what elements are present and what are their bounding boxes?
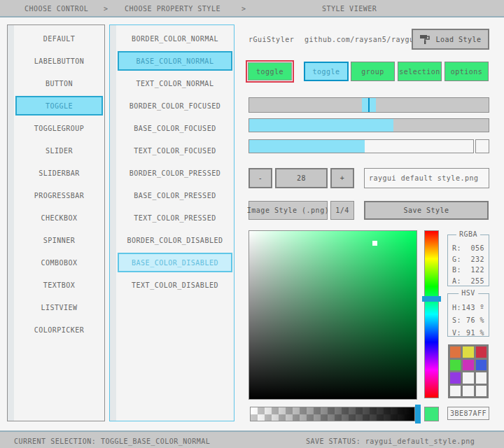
properties-listview: BORDER_COLOR_NORMALBASE_COLOR_NORMALTEXT… [109,24,234,421]
property-item-base_color_normal[interactable]: BASE_COLOR_NORMAL [118,51,232,71]
toggle-group-item[interactable]: selection [398,62,442,81]
properties-scrollbar[interactable] [110,25,116,421]
hue-bar[interactable] [424,230,439,398]
image-style-button[interactable]: Image Style (.png) [248,201,328,220]
control-item-toggle[interactable]: TOGGLE [15,96,103,115]
chevron-right-icon: > [104,5,108,13]
rgba-title: RGBA [456,230,480,238]
property-item-border_color_disabled[interactable]: BORDER_COLOR_DISABLED [118,230,232,250]
alpha-handle[interactable] [415,405,421,424]
status-bar: CURRENT SELECTION: TOGGLE_BASE_COLOR_NOR… [0,430,504,448]
property-item-text_color_pressed[interactable]: TEXT_COLOR_PRESSED [118,208,232,227]
hex-color-input[interactable] [447,407,489,420]
control-item-default[interactable]: DEFAULT [15,29,103,48]
selected-control-red-outline: toggle [246,60,294,83]
color-value-row: S:76 % [452,314,484,327]
slider-handle[interactable] [362,98,376,112]
header-bar: CHOOSE CONTROL > CHOOSE PROPERTY STYLE >… [0,0,504,18]
color-value-row: R:056 [452,243,484,254]
control-item-labelbutton[interactable]: LABELBUTTON [15,51,103,71]
controls-listview: DEFAULTLABELBUTTONBUTTONTOGGLETOGGLEGROU… [7,24,105,421]
filename-input[interactable] [364,168,489,188]
style-page-indicator[interactable]: 1/4 [330,201,354,220]
header-choose-control: CHOOSE CONTROL [24,5,88,13]
sliderbar-demo[interactable] [248,118,489,132]
control-item-colorpicker[interactable]: COLORPICKER [15,320,103,340]
current-color-swatch [424,407,439,421]
controls-list-items: DEFAULTLABELBUTTONBUTTONTOGGLETOGGLEGROU… [15,29,103,342]
sliderbar-fill [249,119,393,132]
app-title: rGuiStyler [248,36,294,43]
alpha-bar[interactable] [250,407,415,421]
toggle-demo-focused[interactable]: toggle [304,62,349,81]
property-item-text_color_disabled[interactable]: TEXT_COLOR_DISABLED [118,275,232,295]
progressbar-fill [249,140,365,153]
property-item-border_color_normal[interactable]: BORDER_COLOR_NORMAL [118,29,232,48]
color-swatch[interactable] [463,346,473,358]
toggle-group-item[interactable]: group [351,62,395,81]
color-swatch-empty[interactable] [476,372,486,384]
current-selection-status: CURRENT SELECTION: TOGGLE_BASE_COLOR_NOR… [14,438,210,445]
property-item-base_color_disabled[interactable]: BASE_COLOR_DISABLED [118,253,232,272]
header-choose-property: CHOOSE PROPERTY STYLE [125,5,220,13]
spinner-increment-button[interactable]: + [330,168,354,188]
checkbox-demo[interactable] [475,139,489,153]
spinner-decrement-button[interactable]: - [248,168,272,188]
control-item-combobox[interactable]: COMBOBOX [15,253,103,272]
hsv-group-box: HSV H:143 ºS:76 %V:91 % [447,293,489,337]
property-item-border_color_pressed[interactable]: BORDER_COLOR_PRESSED [118,163,232,183]
color-swatch-empty[interactable] [476,386,486,397]
color-value-row: B:122 [452,265,484,276]
load-style-button[interactable]: Load Style [412,29,489,50]
color-value-row: H:143 º [452,302,484,314]
controls-scrollbar[interactable] [8,25,14,421]
chevron-right-icon: > [241,5,246,13]
repo-link[interactable]: github.com/raysan5/raygui [304,36,419,43]
color-swatch-empty[interactable] [450,386,461,397]
progressbar-demo [248,139,474,153]
property-item-base_color_pressed[interactable]: BASE_COLOR_PRESSED [118,186,232,205]
color-value-row: A:255 [452,276,484,287]
property-item-border_color_focused[interactable]: BORDER_COLOR_FOCUSED [118,96,232,115]
control-item-checkbox[interactable]: CHECKBOX [15,208,103,227]
color-picker-cursor[interactable] [372,241,377,246]
properties-list-items: BORDER_COLOR_NORMALBASE_COLOR_NORMALTEXT… [118,29,232,298]
control-item-slider[interactable]: SLIDER [15,141,103,160]
rgba-group-box: RGBA R:056G:232B:122A:255 [447,234,489,286]
toggle-demo-pressed[interactable]: toggle [248,62,292,80]
hsv-title: HSV [458,289,478,297]
rguistyler-window: CHOOSE CONTROL > CHOOSE PROPERTY STYLE >… [0,0,504,448]
color-swatch[interactable] [463,360,473,371]
control-item-progressbar[interactable]: PROGRESSBAR [15,186,103,205]
toggle-group-item[interactable]: options [444,62,489,81]
color-swatch-grid [448,344,489,398]
color-swatch[interactable] [476,360,486,371]
header-style-viewer: STYLE VIEWER [322,5,377,13]
control-item-textbox[interactable]: TEXTBOX [15,275,103,295]
property-item-text_color_normal[interactable]: TEXT_COLOR_NORMAL [118,74,232,93]
hue-handle[interactable] [422,296,441,302]
color-swatch-empty[interactable] [463,386,473,397]
color-swatch[interactable] [450,346,461,358]
color-value-row: V:91 % [452,327,484,340]
color-swatch[interactable] [450,372,461,384]
color-saturation-value-area[interactable] [248,230,417,400]
save-style-button[interactable]: Save Style [364,201,489,220]
color-swatch-empty[interactable] [463,372,473,384]
control-item-spinner[interactable]: SPINNER [15,230,103,250]
paint-roller-icon [419,34,430,45]
color-swatch[interactable] [476,346,486,358]
control-item-button[interactable]: BUTTON [15,74,103,93]
control-item-togglegroup[interactable]: TOGGLEGROUP [15,118,103,138]
control-item-sliderbar[interactable]: SLIDERBAR [15,163,103,183]
spinner-value[interactable]: 28 [275,168,328,188]
color-swatch[interactable] [450,360,461,371]
control-item-listview[interactable]: LISTVIEW [15,298,103,317]
property-item-base_color_focused[interactable]: BASE_COLOR_FOCUSED [118,118,232,138]
save-status: SAVE STATUS: raygui_default_style.png [306,438,475,445]
slider-demo[interactable] [248,97,489,113]
property-item-text_color_focused[interactable]: TEXT_COLOR_FOCUSED [118,141,232,160]
color-value-row: G:232 [452,254,484,265]
